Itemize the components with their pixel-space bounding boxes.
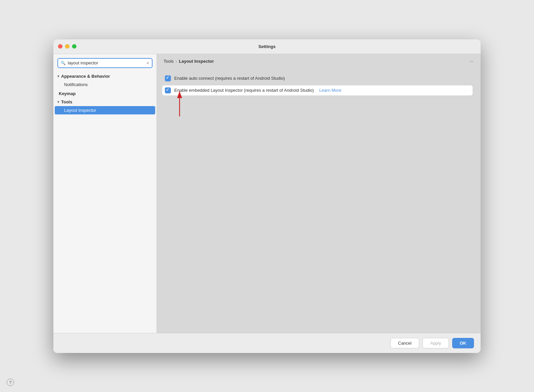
setting-auto-connect-row: Enable auto connect (requires a restart … — [165, 75, 473, 81]
auto-connect-label: Enable auto connect (requires a restart … — [174, 76, 285, 81]
nav-section-tools: ▾ Tools Layout Inspector — [53, 98, 157, 114]
cancel-button[interactable]: Cancel — [390, 338, 419, 348]
maximize-button[interactable] — [72, 44, 76, 49]
sidebar-item-notifications[interactable]: Notifications — [53, 80, 157, 89]
embedded-inspector-label: Enable embedded Layout Inspector (requir… — [174, 88, 314, 93]
breadcrumb-parent: Tools — [164, 59, 174, 64]
learn-more-link[interactable]: Learn More — [319, 88, 341, 93]
titlebar: Settings — [53, 39, 481, 54]
chevron-down-icon: ▾ — [57, 74, 59, 78]
chevron-down-icon-tools: ▾ — [57, 100, 59, 104]
nav-tree: ▾ Appearance & Behavior Notifications Ke… — [53, 71, 157, 333]
ok-button[interactable]: OK — [452, 338, 474, 348]
panel-header: Tools › Layout Inspector ← → — [157, 54, 481, 69]
nav-section-appearance: ▾ Appearance & Behavior Notifications — [53, 72, 157, 89]
search-box[interactable]: 🔍 × — [57, 58, 153, 68]
forward-arrow-button[interactable]: → — [469, 59, 474, 64]
footer: ? Cancel Apply OK — [53, 333, 481, 353]
window-title: Settings — [258, 44, 275, 49]
breadcrumb: Tools › Layout Inspector — [164, 59, 214, 64]
auto-connect-checkbox-wrapper — [165, 75, 171, 81]
apply-button[interactable]: Apply — [423, 338, 449, 348]
annotation-arrow — [170, 88, 190, 118]
nav-group-tools-label: Tools — [61, 99, 72, 104]
nav-group-appearance-label: Appearance & Behavior — [61, 74, 110, 79]
nav-group-tools[interactable]: ▾ Tools — [53, 98, 157, 106]
traffic-lights — [58, 44, 76, 49]
panel-body: Enable auto connect (requires a restart … — [157, 69, 481, 333]
sidebar-item-keymap-label: Keymap — [59, 91, 76, 96]
breadcrumb-current: Layout Inspector — [179, 59, 214, 64]
search-icon: 🔍 — [61, 61, 66, 65]
arrow-annotation — [170, 88, 190, 119]
search-input[interactable] — [68, 60, 145, 65]
nav-group-appearance[interactable]: ▾ Appearance & Behavior — [53, 72, 157, 80]
auto-connect-checkbox[interactable] — [165, 75, 171, 81]
breadcrumb-separator: › — [176, 59, 177, 63]
sidebar-item-keymap[interactable]: Keymap — [53, 89, 157, 98]
panel-nav-arrows: ← → — [461, 59, 474, 64]
sidebar: 🔍 × ▾ Appearance & Behavior Notification… — [53, 54, 157, 333]
sidebar-item-layout-inspector-label: Layout Inspector — [64, 108, 96, 113]
search-clear-button[interactable]: × — [147, 60, 149, 66]
minimize-button[interactable] — [65, 44, 69, 49]
settings-window: Settings 🔍 × ▾ Appearance & Behavior — [53, 39, 481, 353]
main-content: 🔍 × ▾ Appearance & Behavior Notification… — [53, 54, 481, 333]
back-arrow-button[interactable]: ← — [461, 59, 466, 64]
sidebar-item-notifications-label: Notifications — [64, 82, 88, 87]
setting-embedded-inspector-row: Enable embedded Layout Inspector (requir… — [162, 85, 473, 95]
sidebar-item-layout-inspector[interactable]: Layout Inspector — [55, 106, 155, 114]
right-panel: Tools › Layout Inspector ← → Enable auto… — [157, 54, 481, 333]
close-button[interactable] — [58, 44, 62, 49]
